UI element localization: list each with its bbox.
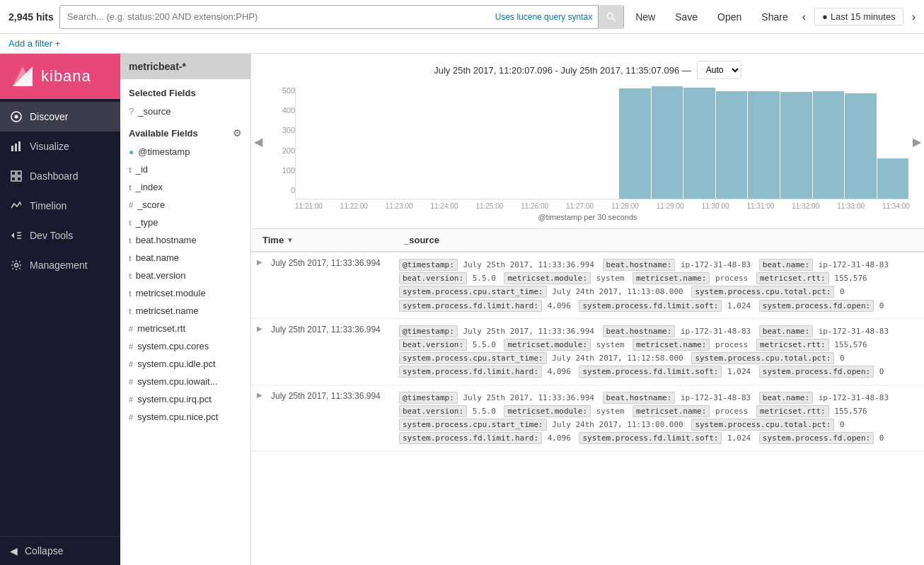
open-button[interactable]: Open [712,8,747,25]
source-key: beat.name: [759,259,813,271]
available-field-metricset-name[interactable]: tmetricset.name [120,302,250,320]
dashboard-icon [10,170,23,182]
x-label-13: 11:34:00 [882,202,910,210]
discover-icon [10,110,23,123]
field-name: _type [136,217,158,228]
available-field-@timestamp[interactable]: ●@timestamp [120,143,250,161]
field-type-t-icon: t [129,307,132,315]
source-key: system.process.cpu.start_time: [399,352,547,364]
available-field-system-cpu-idle-pct[interactable]: #system.cpu.idle.pct [120,355,250,373]
source-key: system.process.fd.limit.soft: [579,300,722,312]
source-val: ip-172-31-48-83 [814,393,889,402]
field-name: _id [136,164,148,175]
chart-nav-right[interactable]: ▶ [913,134,921,148]
available-field-beat-version[interactable]: tbeat.version [120,267,250,284]
available-field-_score[interactable]: #_score [120,196,250,214]
clock-icon: ● [822,11,828,22]
x-label-2: 11:23:00 [386,202,413,210]
available-field-beat-hostname[interactable]: tbeat.hostname [120,231,250,249]
field-name: beat.hostname [136,235,197,245]
lucene-link[interactable]: Uses lucene query syntax [490,12,598,22]
bar-17[interactable] [845,93,877,199]
chart-nav-left[interactable]: ◀ [254,134,262,148]
sidebar-item-visualize[interactable]: Visualize [0,132,120,161]
field-name: system.cpu.iowait... [137,376,217,387]
new-button[interactable]: New [630,8,661,25]
col-time-header: Time ▼ [262,235,404,245]
sidebar-label-visualize: Visualize [30,141,69,152]
bar-10[interactable] [619,88,651,199]
visualize-icon [10,140,23,153]
available-field-_type[interactable]: t_type [120,214,250,231]
auto-select[interactable]: Auto [697,61,741,79]
available-field-_index[interactable]: t_index [120,178,250,196]
sidebar-label-devtools: Dev Tools [30,230,73,241]
available-field-metricset-module[interactable]: tmetricset.module [120,284,250,302]
available-field-system-cpu-irq-pct[interactable]: #system.cpu.irq.pct [120,390,250,408]
available-field-system-cpu-nice-pct[interactable]: #system.cpu.nice.pct [120,408,250,426]
x-label-0: 11:21:00 [295,202,323,210]
bar-18[interactable] [877,158,909,199]
share-button[interactable]: Share [756,8,793,25]
selected-field-source[interactable]: ? _source [120,103,250,120]
svg-rect-7 [15,144,17,151]
index-pattern-header[interactable]: metricbeat-* [120,54,250,79]
bar-15[interactable] [780,92,812,199]
row-expand-btn-2[interactable]: ▶ [251,385,265,404]
row-expand-btn-1[interactable]: ▶ [251,319,265,338]
source-val: system [591,340,629,349]
available-field-system-cpu-cores[interactable]: #system.cpu.cores [120,337,250,355]
field-type-hash-icon: # [129,395,133,404]
source-key: system.process.fd.open: [759,300,874,312]
search-button[interactable] [598,5,623,29]
svg-rect-10 [17,171,21,175]
field-name: _score [137,199,165,210]
row-source-0: @timestamp: July 25th 2017, 11:33:36.994… [393,252,924,318]
available-field-beat-name[interactable]: tbeat.name [120,249,250,267]
field-panel: metricbeat-* Selected Fields ? _source A… [120,54,251,565]
management-icon [10,259,23,272]
time-picker[interactable]: ● Last 15 minutes [814,8,903,25]
source-key: metricset.rtt: [756,339,829,351]
search-input[interactable] [60,11,490,22]
bar-12[interactable] [683,88,715,199]
bar-14[interactable] [748,91,780,199]
source-key: metricset.name: [633,405,710,417]
sidebar-label-management: Management [30,260,88,271]
col-source-header: _source [404,235,913,245]
sidebar-item-timelion[interactable]: Timelion [0,191,120,221]
sidebar-label-discover: Discover [30,111,68,122]
source-val: 155,576 [830,407,867,416]
prev-arrow[interactable]: ‹ [802,11,806,23]
sidebar-item-devtools[interactable]: Dev Tools [0,221,120,250]
y-label-300: 300 [282,126,295,134]
source-key: system.process.fd.limit.hard: [399,432,542,444]
bar-16[interactable] [813,91,845,199]
bar-11[interactable] [652,86,683,199]
sidebar-item-discover[interactable]: Discover [0,102,120,132]
next-arrow[interactable]: › [912,11,916,23]
save-button[interactable]: Save [669,8,703,25]
sidebar-item-dashboard[interactable]: Dashboard [0,161,120,191]
time-col-label: Time [262,235,284,245]
bar-13[interactable] [716,91,748,199]
available-field-system-cpu-iowait---[interactable]: #system.cpu.iowait... [120,373,250,390]
field-type-t-icon: t [129,254,132,262]
source-val: process [710,340,753,349]
available-field-metricset-rtt[interactable]: #metricset.rtt [120,320,250,337]
source-key: system.process.fd.limit.soft: [579,366,722,378]
sidebar-label-timelion: Timelion [30,200,67,211]
add-filter-link[interactable]: Add a filter + [8,38,60,49]
results-table: Time ▼ _source ▶July 25th 2017, 11:33:36… [251,229,924,565]
row-expand-btn-0[interactable]: ▶ [251,252,265,272]
sidebar-item-management[interactable]: Management [0,250,120,280]
available-field-_id[interactable]: t_id [120,161,250,178]
selected-field-name: _source [138,106,171,117]
gear-icon[interactable]: ⚙ [233,127,242,139]
logo-text: kibana [41,67,91,86]
x-label-8: 11:29:00 [657,202,684,210]
sidebar-collapse[interactable]: ◀ Collapse [0,536,120,565]
chart-subtitle: @timestamp per 30 seconds [265,213,910,221]
source-key: system.process.cpu.total.pct: [691,419,834,431]
field-type-hash-icon: # [129,413,133,421]
